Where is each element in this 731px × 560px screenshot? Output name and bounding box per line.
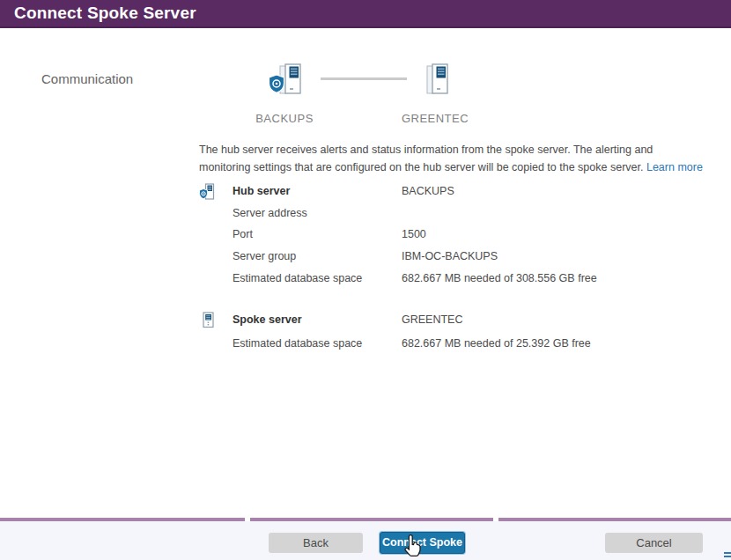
spoke-server-value: GREENTEC [402, 313, 692, 326]
hub-server-icon [267, 62, 307, 99]
section-label-communication: Communication [41, 71, 133, 86]
spoke-server-label: Spoke server [233, 313, 395, 326]
hub-db-space-label: Estimated database space [233, 272, 395, 284]
hub-server-value: BACKUPS [402, 185, 692, 197]
hub-server-name: BACKUPS [236, 112, 333, 125]
connect-spoke-server-dialog: Connect Spoke Server Communication [0, 0, 731, 560]
description-body: The hub server receives alerts and statu… [199, 144, 653, 173]
hub-server-mini-icon [199, 183, 216, 202]
learn-more-link[interactable]: Learn more [646, 161, 703, 173]
spoke-server-name: GREENTEC [387, 112, 484, 125]
cancel-button[interactable]: Cancel [605, 533, 703, 553]
spoke-db-space-label: Estimated database space [233, 337, 395, 350]
connect-spoke-button[interactable]: Connect Spoke [380, 532, 465, 554]
server-group-value: IBM-OC-BACKUPS [402, 250, 692, 262]
spoke-db-space-value: 682.667 MB needed of 25.392 GB free [402, 337, 692, 350]
back-button[interactable]: Back [269, 533, 363, 553]
dialog-titlebar: Connect Spoke Server [0, 0, 731, 28]
resize-grip-icon[interactable] [724, 556, 731, 557]
spoke-server-mini-icon [203, 312, 215, 328]
dialog-title: Connect Spoke Server [14, 4, 196, 23]
hub-db-space-value: 682.667 MB needed of 308.556 GB free [402, 272, 692, 284]
server-address-label: Server address [233, 207, 395, 219]
hub-server-label: Hub server [233, 185, 395, 197]
spoke-server-icon [422, 63, 450, 98]
resize-grip-icon[interactable] [724, 552, 731, 554]
port-value: 1500 [402, 228, 692, 240]
footer-bar: Back Connect Spoke Cancel [0, 521, 731, 560]
server-group-label: Server group [233, 250, 395, 262]
port-label: Port [233, 228, 395, 240]
description-text: The hub server receives alerts and statu… [199, 142, 703, 177]
hub-spoke-connector-line [321, 77, 407, 80]
